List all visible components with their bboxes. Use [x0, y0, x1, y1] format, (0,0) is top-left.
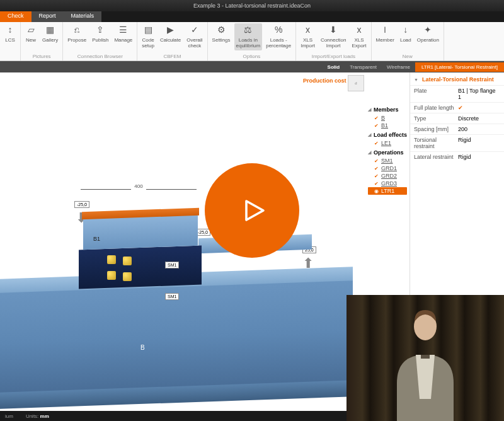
ribbon: ↕LCS▱New▦GalleryPictures⎌Propose⇪Publish… [0, 22, 504, 61]
ribbon-overall-check[interactable]: ✓Overall check [185, 23, 204, 50]
prop-row[interactable]: Lateral restraintRigid [410, 151, 504, 162]
connection-icon: ⬇ [328, 25, 339, 36]
prop-value: Discrete [458, 115, 479, 122]
check-icon: ✔ [374, 158, 379, 164]
new-icon: ▱ [25, 25, 37, 36]
view-wireframe[interactable]: Wireframe [382, 62, 415, 72]
view-modes: Solid Transparent Wireframe [323, 62, 415, 72]
ribbon-new[interactable]: ▱New [23, 23, 38, 45]
title-bar: Example 3 - Lateral-torsional restraint.… [0, 0, 504, 11]
ribbon-group-label [3, 58, 18, 59]
bolt-icon [123, 257, 132, 265]
tree-item-b[interactable]: ✔B [368, 114, 407, 122]
tree-item-label: B1 [381, 122, 388, 129]
ribbon-item-label: XLS Import [301, 38, 315, 49]
tree-item-grd2[interactable]: ✔GRD2 [368, 172, 407, 180]
ribbon-group-label: Connection Browser [66, 52, 134, 59]
tag-m25a: -25,0 [74, 201, 89, 208]
window-title: Example 3 - Lateral-torsional restraint.… [193, 3, 311, 9]
play-button[interactable] [205, 163, 299, 258]
prop-value: ✔ [458, 105, 463, 111]
prop-value: 200 [458, 126, 467, 132]
ribbon-member[interactable]: ＩMember [374, 23, 396, 45]
svg-rect-2 [421, 355, 430, 359]
tree-item-b1[interactable]: ✔B1 [368, 122, 407, 129]
ribbon-xls-import[interactable]: xXLS Import [299, 23, 317, 50]
prop-key: Type [414, 115, 458, 122]
plate [79, 246, 202, 289]
ribbon-item-label: Operation [417, 38, 439, 43]
prop-row[interactable]: PlateB1 | Top flange 1 [410, 85, 504, 102]
tabs: Check Report Materials [0, 11, 504, 22]
ribbon-group: ⎌Propose⇪Publish☰ManageConnection Browse… [63, 22, 137, 61]
chevron-down-icon: ▼ [414, 78, 418, 82]
ribbon-item-label: Loads - percentage [266, 38, 291, 49]
view-cube[interactable]: d [348, 75, 364, 91]
status-units: Units: mm [26, 413, 49, 419]
selection-pill: LTR1 [Lateral- Torsional Restraint] [415, 62, 504, 72]
tree-item-label: GRD3 [381, 180, 397, 187]
operation-icon: ✦ [422, 25, 433, 36]
ribbon-lcs[interactable]: ↕LCS [3, 23, 18, 45]
prop-value: Rigid [458, 154, 471, 160]
prop-row[interactable]: Torsional restraintRigid [410, 134, 504, 151]
tab-materials[interactable]: Materials [64, 11, 102, 22]
ribbon-code-setup[interactable]: ▤Code setup [140, 23, 156, 50]
tree-item-sm1[interactable]: ✔SM1 [368, 157, 407, 164]
ribbon-settings[interactable]: ⚙Settings [210, 23, 232, 45]
ribbon-group: ⚙Settings⚖Loads in equilibrium%Loads - p… [208, 22, 297, 61]
tree-item-label: GRD2 [381, 173, 397, 179]
loads in-icon: ⚖ [243, 25, 254, 36]
tree-item-grd3[interactable]: ✔GRD3 [368, 180, 407, 187]
xls-icon: x [302, 25, 314, 36]
ribbon-propose[interactable]: ⎌Propose [66, 23, 88, 45]
prop-key: Lateral restraint [414, 154, 458, 160]
publish-icon: ⇪ [94, 25, 106, 36]
settings-icon: ⚙ [215, 25, 227, 36]
props-head[interactable]: ▼ Lateral-Torsional Restraint [410, 72, 504, 85]
status-precision: ium [5, 413, 13, 419]
view-transparent[interactable]: Transparent [345, 62, 382, 72]
ribbon-calculate[interactable]: ▶Calculate [158, 23, 183, 45]
ribbon-loads-in-equilibrium[interactable]: ⚖Loads in equilibrium [234, 23, 263, 50]
ribbon-group-label: CBFEM [140, 52, 204, 59]
ribbon-gallery[interactable]: ▦Gallery [40, 23, 60, 45]
ribbon-loads-percentage[interactable]: %Loads - percentage [264, 23, 293, 50]
prop-key: Torsional restraint [414, 137, 458, 149]
ribbon-connection-import[interactable]: ⬇Connection Import [319, 23, 348, 50]
tree-item-le1[interactable]: ✔LE1 [368, 139, 407, 147]
ribbon-item-label: Settings [212, 38, 231, 43]
tree-head[interactable]: ◢Load effects [368, 132, 407, 138]
ribbon-load[interactable]: ↓Load [398, 23, 413, 45]
prop-row[interactable]: Spacing [mm]200 [410, 124, 504, 134]
ribbon-item-label: Manage [114, 38, 132, 43]
ribbon-publish[interactable]: ⇪Publish [90, 23, 110, 45]
ribbon-manage[interactable]: ☰Manage [112, 23, 134, 45]
tree-item-ltr1[interactable]: ◉LTR1 [368, 187, 407, 195]
bolt-icon [107, 271, 116, 280]
chevron-down-icon: ◢ [368, 132, 371, 137]
tab-report[interactable]: Report [32, 11, 64, 22]
ribbon-operation[interactable]: ✦Operation [415, 23, 441, 45]
tree-head[interactable]: ◢Members [368, 107, 407, 113]
sub-bar: Solid Transparent Wireframe LTR1 [Latera… [0, 61, 504, 72]
check-icon: ✔ [374, 141, 379, 146]
ribbon-xls-export[interactable]: xXLS Export [350, 23, 368, 50]
check-icon: ✔ [374, 115, 379, 121]
view-solid[interactable]: Solid [323, 62, 345, 72]
viewport-3d[interactable]: Production cost - 6 € d 400 -25,0 -25,0 … [0, 72, 365, 411]
tree-item-grd1[interactable]: ✔GRD1 [368, 164, 407, 172]
prop-row[interactable]: TypeDiscrete [410, 113, 504, 124]
ribbon-group: ↕LCS [0, 22, 21, 61]
ribbon-group-label: New [374, 52, 441, 59]
ribbon-group: ▤Code setup▶Calculate✓Overall checkCBFEM [137, 22, 207, 61]
presenter-silhouette [384, 301, 466, 421]
tab-check[interactable]: Check [0, 11, 32, 22]
tree-head[interactable]: ◢Operations [368, 149, 407, 156]
check-icon: ◉ [374, 188, 379, 194]
manage-icon: ☰ [118, 25, 129, 36]
prop-row[interactable]: Full plate length✔ [410, 102, 504, 113]
tree-item-label: SM1 [381, 158, 393, 164]
chevron-down-icon: ◢ [368, 107, 371, 112]
ribbon-group: xXLS Import⬇Connection ImportxXLS Export… [296, 22, 371, 61]
